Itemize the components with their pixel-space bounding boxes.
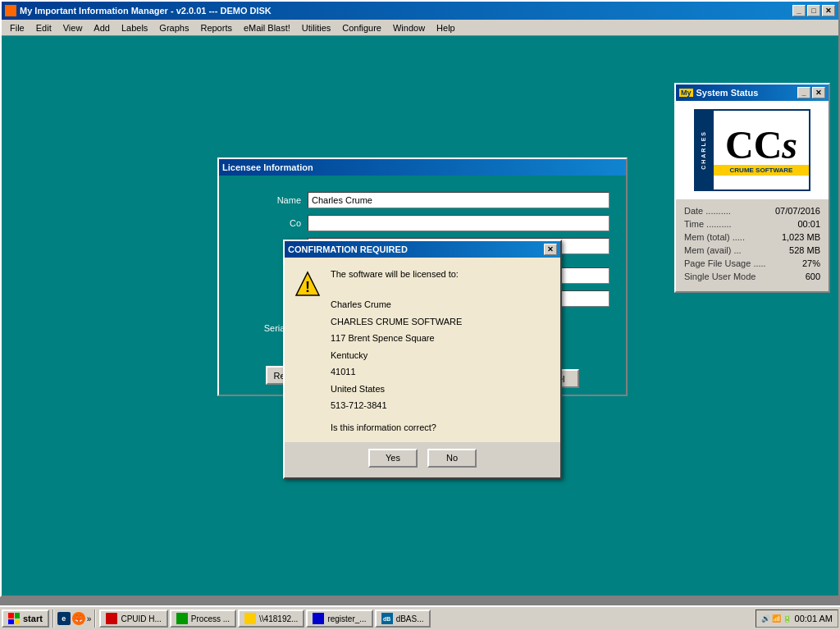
status-single-user-label: Single User Mode bbox=[684, 272, 756, 281]
taskbar-quick-launch: e 🦊 » bbox=[57, 612, 92, 625]
status-pagefile-label: Page File Usage ..... bbox=[684, 258, 766, 268]
menu-configure[interactable]: Configure bbox=[337, 21, 386, 34]
ccs-left-bar: CHARLES bbox=[694, 109, 712, 191]
title-bar-left: My Important Information Manager - v2.0.… bbox=[5, 5, 272, 16]
confirm-text-area: The software will be licensed to: Charle… bbox=[331, 267, 462, 432]
cpuid-icon bbox=[106, 613, 117, 624]
taskbar-folder-label: \\418192... bbox=[259, 614, 298, 623]
status-mem-avail-row: Mem (avail) ... 528 MB bbox=[684, 245, 820, 255]
minimize-button[interactable]: _ bbox=[792, 5, 806, 16]
start-button[interactable]: start bbox=[2, 609, 49, 628]
name-input[interactable] bbox=[308, 192, 609, 208]
menu-file[interactable]: File bbox=[5, 21, 30, 34]
confirm-address-line5: 41011 bbox=[331, 365, 462, 379]
licensee-title: Licensee Information bbox=[222, 162, 313, 172]
yes-button[interactable]: Yes bbox=[368, 449, 418, 468]
menu-help[interactable]: Help bbox=[431, 21, 460, 34]
taskbar-time: 00:01 AM bbox=[795, 614, 833, 623]
taskbar-cpuid-label: CPUID H... bbox=[121, 614, 161, 623]
menu-edit[interactable]: Edit bbox=[31, 21, 57, 34]
status-title-buttons: _ ✕ bbox=[797, 87, 825, 98]
menu-add[interactable]: Add bbox=[89, 21, 115, 34]
app-title: My Important Information Manager - v2.0.… bbox=[20, 6, 272, 16]
confirm-address-line7: 513-712-3841 bbox=[331, 399, 462, 413]
menu-labels[interactable]: Labels bbox=[116, 21, 153, 34]
status-date-row: Date .......... 07/07/2016 bbox=[684, 206, 820, 216]
register-icon bbox=[313, 613, 324, 624]
menu-email-blast[interactable]: eMail Blast! bbox=[239, 21, 295, 34]
main-window: My Important Information Manager - v2.0.… bbox=[0, 0, 840, 597]
confirm-title-bar: CONFIRMATION REQUIRED ✕ bbox=[285, 241, 560, 258]
ccs-logo: CHARLES CCs CRUME SOFTWARE bbox=[694, 109, 810, 191]
close-button[interactable]: ✕ bbox=[822, 5, 835, 16]
menu-utilities[interactable]: Utilities bbox=[297, 21, 336, 34]
start-label: start bbox=[23, 614, 43, 623]
status-pagefile-value: 27% bbox=[802, 258, 820, 268]
menu-reports[interactable]: Reports bbox=[195, 21, 237, 34]
taskbar-divider2 bbox=[94, 609, 96, 628]
taskbar-db-button[interactable]: dB dBAS... bbox=[375, 609, 431, 628]
company-input[interactable] bbox=[308, 215, 609, 231]
status-close-button[interactable]: ✕ bbox=[812, 87, 825, 98]
title-bar: My Important Information Manager - v2.0.… bbox=[2, 2, 838, 20]
status-minimize-button[interactable]: _ bbox=[797, 87, 810, 98]
status-single-user-row: Single User Mode 600 bbox=[684, 272, 820, 281]
confirm-body: ! The software will be licensed to: Char… bbox=[285, 258, 560, 442]
status-title-icon: My bbox=[679, 89, 693, 97]
confirm-buttons-area: Yes No bbox=[285, 442, 560, 477]
menu-view[interactable]: View bbox=[58, 21, 88, 34]
system-tray: 🔊 📶 🔋 00:01 AM bbox=[756, 609, 838, 628]
svg-text:!: ! bbox=[305, 279, 310, 295]
taskbar-folder-button[interactable]: \\418192... bbox=[238, 609, 304, 628]
taskbar-register-label: register_... bbox=[327, 614, 366, 623]
taskbar: start e 🦊 » CPUID H... Process ... \\418… bbox=[0, 605, 840, 630]
status-date-value: 07/07/2016 bbox=[775, 206, 820, 216]
confirm-address-line1: Charles Crume bbox=[331, 298, 462, 312]
no-button[interactable]: No bbox=[427, 449, 477, 468]
system-status-panel: My System Status _ ✕ CHARLES CCs bbox=[674, 83, 830, 293]
tray-icon-1: 🔊 bbox=[761, 614, 770, 623]
status-mem-avail-label: Mem (avail) ... bbox=[684, 245, 742, 255]
status-date-label: Date .......... bbox=[684, 206, 731, 216]
confirm-question: Is this information correct? bbox=[331, 422, 462, 432]
status-time-value: 00:01 bbox=[797, 219, 820, 229]
status-single-user-value: 600 bbox=[806, 272, 820, 281]
confirm-address-line4: Kentucky bbox=[331, 349, 462, 363]
crume-software-label: CRUME SOFTWARE bbox=[714, 165, 809, 176]
ccs-logo-text: CCs bbox=[725, 126, 797, 165]
content-area: Licensee Information Name Co Ad Co bbox=[2, 36, 838, 596]
ie-icon[interactable]: e bbox=[57, 612, 71, 625]
taskbar-process-label: Process ... bbox=[191, 614, 230, 623]
status-time-row: Time .......... 00:01 bbox=[684, 219, 820, 229]
menu-graphs[interactable]: Graphs bbox=[154, 21, 194, 34]
firefox-icon[interactable]: 🦊 bbox=[72, 612, 85, 625]
taskbar-db-label: dBAS... bbox=[396, 614, 424, 623]
company-label: Co bbox=[235, 218, 301, 228]
taskbar-process-button[interactable]: Process ... bbox=[170, 609, 236, 628]
status-title-left: My System Status bbox=[679, 88, 758, 98]
status-time-label: Time .......... bbox=[684, 219, 732, 229]
tray-icons: 🔊 📶 🔋 bbox=[761, 614, 792, 623]
tray-icon-2: 📶 bbox=[772, 614, 781, 623]
status-mem-total-label: Mem (total) ..... bbox=[684, 232, 745, 242]
ccs-main-logo: CCs CRUME SOFTWARE bbox=[712, 109, 810, 191]
confirm-title: CONFIRMATION REQUIRED bbox=[288, 244, 408, 254]
app-icon bbox=[5, 5, 16, 16]
expand-icon[interactable]: » bbox=[87, 614, 92, 623]
warning-icon: ! bbox=[294, 267, 321, 432]
taskbar-cpuid-button[interactable]: CPUID H... bbox=[99, 609, 167, 628]
confirmation-dialog: CONFIRMATION REQUIRED ✕ ! The software w… bbox=[283, 240, 562, 479]
taskbar-divider bbox=[52, 609, 54, 628]
status-mem-avail-value: 528 MB bbox=[789, 245, 820, 255]
confirm-close-button[interactable]: ✕ bbox=[544, 244, 557, 255]
maximize-button[interactable]: □ bbox=[807, 5, 820, 16]
windows-logo bbox=[8, 613, 20, 624]
company-row: Co bbox=[235, 215, 609, 231]
process-icon bbox=[176, 613, 188, 624]
db-icon: dB bbox=[381, 613, 393, 624]
taskbar-register-button[interactable]: register_... bbox=[306, 609, 372, 628]
status-logo: CHARLES CCs CRUME SOFTWARE bbox=[676, 101, 829, 199]
confirm-address-line3: 117 Brent Spence Square bbox=[331, 331, 462, 345]
menu-window[interactable]: Window bbox=[388, 21, 430, 34]
tray-icon-3: 🔋 bbox=[783, 614, 792, 623]
